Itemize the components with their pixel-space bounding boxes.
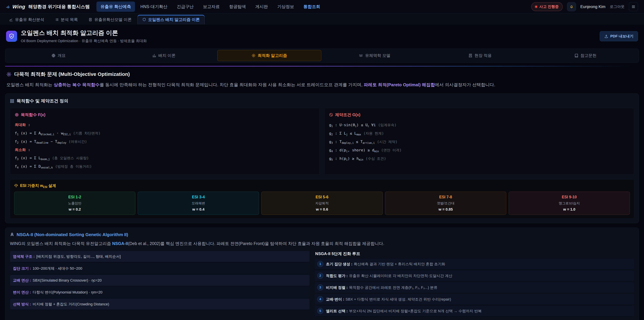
rocket-icon [10,232,14,237]
nav-item-aerial-search[interactable]: 항공탐색 [225,2,250,12]
nsga-card: NSGA-II (Non-dominated Sorting Genetic A… [5,227,639,320]
gear-icon [6,72,12,77]
brand: Wing 해양환경 위기대응 통합시스템 [6,4,90,10]
pdf-export-button[interactable]: PDF 내보내기 [600,31,638,41]
notifications-button[interactable] [567,2,576,11]
no-entry-icon [329,113,333,117]
esi-range: ESI 7-8 [387,195,504,199]
tab-boom-algorithm-theory[interactable]: 오일펜스 배치 알고리즘 이론 [138,15,204,24]
loop-step: 3비지배 정렬 :목적함수 공간에서 파레토 전면 계층(F₁, F₂, F₃.… [314,282,634,293]
shield-icon [9,33,14,39]
step-number: 1 [317,261,323,267]
constraint-line: g5 : h(pi) ≥ hmin(수심 조건) [329,154,629,163]
page-header: 오일펜스 배치 최적화 알고리즘 이론 Oil Boom Deployment … [0,25,644,48]
esi-weights-section: ESI 가중치 wESI 설계 ESI 1-2 노출암반 w = 0.2 ESI… [10,179,634,219]
maximize-label: 최대화 : [15,121,315,129]
page-title: 오일펜스 배치 최적화 알고리즘 이론 [21,29,147,37]
section-heading: 다목적 최적화 문제 (Multi-Objective Optimization… [6,71,638,78]
section-tab-deployment-theory[interactable]: 배치 이론 [112,50,216,61]
section-tab-hydrodynamics[interactable]: 유체역학 모델 [323,50,427,61]
loop-step: 2적합도 평가 :유출유 확산 시뮬레이터로 각 배치안의 차단면적·도달시간 … [314,270,634,281]
nsga-evolution-loop: NSGA-II 5단계 진화 루프 1초기 집단 생성 :확산예측 결과 기반 … [314,251,634,317]
minimize-label: 최소화 : [15,146,315,154]
panel-title-label: 목적함수 F(x) [21,112,46,117]
nav-item-reports[interactable]: 보고자료 [199,2,224,12]
nav-item-integrated-search[interactable]: 통합조회 [299,2,324,12]
esi-tier-1: ESI 1-2 노출암반 w = 0.2 [14,192,135,215]
esi-title-label: ESI 가중치 wESI 설계 [20,183,56,189]
nav-item-weather[interactable]: 기상정보 [273,2,298,12]
card-title-label: 목적함수 및 제약조건 정의 [16,98,68,104]
card-title: 목적함수 및 제약조건 정의 [10,98,634,104]
main-nav: 유출유 확산예측 HNS·대기확산 긴급구난 보고자료 항공탐색 게시판 기상정… [96,2,324,12]
esi-range: ESI 9-10 [510,195,628,199]
alert-dot-icon [535,6,537,8]
panel-title-label: 제약조건 G(x) [335,112,360,117]
brand-title: 해양환경 위기대응 통합시스템 [28,4,90,10]
grid-icon [10,99,14,103]
intro-paragraph: 오일펜스 배치 최적화는 상충하는 복수 목적함수를 동시에 만족해야 하는 전… [6,81,638,88]
esi-weight: w = 0.2 [16,207,134,212]
nav-item-oil-spill-forecast[interactable]: 유출유 확산예측 [96,2,135,12]
step-number: 5 [317,308,323,314]
tab-diffusion-model-theory[interactable]: 유출유확산모델 이론 [84,15,136,24]
multi-objective-intro: 다목적 최적화 문제 (Multi-Objective Optimization… [5,67,639,89]
objective-function-panel: 목적함수 F(x) 최대화 : f1 (x) = Σ Ablocked,i · … [10,108,320,175]
param-row: 집단 크기 :100~200개체 · 세대수 50~200 [10,263,310,274]
brand-wing: Wing [12,4,25,10]
bar-chart-icon [152,54,156,58]
esi-title: ESI 가중치 wESI 설계 [14,183,630,189]
tab-label: 오일펜스 배치 알고리즘 이론 [148,17,200,22]
menu-button[interactable] [629,2,638,11]
list-icon [55,18,59,22]
esi-range: ESI 1-2 [16,195,134,199]
loop-title: NSGA-II 5단계 진화 루프 [314,251,634,256]
beach-icon [14,184,18,188]
param-row: 선택 방식 :비지배 정렬 + 혼잡도 거리(Crowding Distance… [10,299,310,309]
gear-icon [252,54,256,58]
step-number: 2 [317,273,323,279]
constraint-line: g3 : Tdeploy,i ≤ Tarrive,i(시간 제약) [329,138,629,146]
wave-icon [359,54,363,58]
navbar-right: 사고 진행중 Eunjeong Kim 로그아웃 [531,2,638,11]
nav-item-rescue[interactable]: 긴급구난 [173,2,198,12]
page-subtitle: Oil Boom Deployment Optimization · 유출유 확… [21,39,147,44]
card-title: NSGA-II (Non-dominated Sorting Genetic A… [10,232,634,237]
constraints-panel: 제약조건 G(x) g1 : U·sin(θi) ≤ Uc ∀i(임계유속) g… [324,108,634,175]
nav-item-hns[interactable]: HNS·대기확산 [136,2,172,12]
section-tab-label: 최적화 알고리즘 [258,53,287,58]
section-tab-label: 유체역학 모델 [365,53,390,58]
step-number: 4 [317,296,323,302]
formula-line: f4 (x) = Σ Dvessel,k(방제정 총 이동거리) [15,162,315,171]
highlight-nsga: NSGA-II [112,241,128,246]
tab-label: 분석 목록 [61,17,78,22]
incident-status-badge[interactable]: 사고 진행중 [531,2,562,11]
nav-item-board[interactable]: 게시판 [251,2,272,12]
constraint-line: g2 : Σ Lj ≤ Lmax(자원 한계) [329,129,629,138]
esi-tier-4: ESI 7-8 갯벌/조간대 w = 0.85 [385,192,506,215]
main-content: 다목적 최적화 문제 (Multi-Objective Optimization… [0,66,644,320]
globe-icon [52,54,56,58]
section-tab-optimization-algorithm[interactable]: 최적화 알고리즘 [217,50,321,61]
esi-tier-3: ESI 5-6 자갈퇴적 w = 0.6 [261,192,382,215]
tab-label: 유출유 확산분석 [15,17,44,22]
formula-line: f3 (x) = Σ Lboom,j(총 오일펜스 사용량) [15,154,315,162]
param-row: 교배 연산 :SBX(Simulated Binary Crossover) ·… [10,275,310,286]
panel-title: 목적함수 F(x) [15,112,315,117]
tab-analysis-list[interactable]: 분석 목록 [50,15,83,24]
pdf-export-label: PDF 내보내기 [610,34,634,39]
section-tab-field-application[interactable]: 현장 적용 [428,50,532,61]
esi-weight: w = 0.4 [140,207,257,212]
highlight-pareto: 파레토 최적(Pareto Optimal) 해집합 [364,82,435,87]
section-tab-overview[interactable]: 개요 [6,50,110,61]
tab-spill-analysis[interactable]: 유출유 확산분석 [4,15,49,24]
logout-link[interactable]: 로그아웃 [610,4,624,9]
status-badge-label: 사고 진행중 [539,4,559,9]
esi-tier-2: ESI 3-4 모래해변 w = 0.4 [138,192,259,215]
top-navbar: Wing 해양환경 위기대응 통합시스템 유출유 확산예측 HNS·대기확산 긴… [0,0,644,14]
section-tab-references[interactable]: 참고문헌 [534,50,638,61]
bell-icon [570,5,574,9]
section-tab-label: 개요 [58,53,66,58]
section-tab-strip: 개요 배치 이론 최적화 알고리즘 유체역학 모델 현장 적용 참고문헌 [5,49,639,63]
esi-range: ESI 5-6 [263,195,381,199]
